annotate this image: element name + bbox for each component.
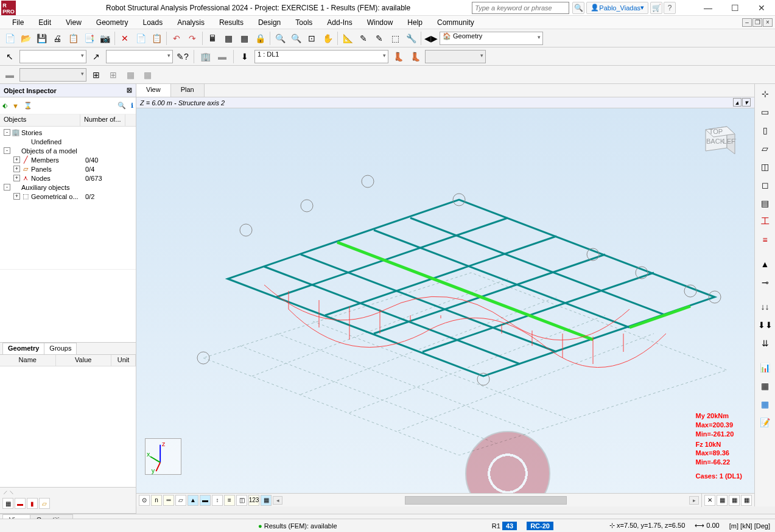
tree-row[interactable]: +╱Members0/40: [0, 155, 136, 164]
tree-row[interactable]: -Objects of a model: [0, 146, 136, 155]
new-icon[interactable]: 📄: [2, 31, 17, 46]
menu-results[interactable]: Results: [212, 17, 251, 28]
page-setup-icon[interactable]: 📑: [82, 31, 96, 46]
select-bar-icon[interactable]: ↗: [89, 49, 103, 64]
object-tree[interactable]: -🏢StoriesUndefined-Objects of a model+╱M…: [0, 127, 136, 269]
vb-res3-icon[interactable]: ◫: [236, 495, 247, 506]
rt-load2-icon[interactable]: ⬇⬇: [757, 318, 773, 332]
col-objects[interactable]: Objects: [0, 114, 80, 126]
tree-toggle[interactable]: +: [13, 156, 20, 163]
tree-toggle[interactable]: +: [13, 166, 20, 172]
vb-x1-icon[interactable]: ✕: [704, 495, 715, 506]
node-sel-combo[interactable]: [19, 50, 86, 63]
lb-icon2[interactable]: ▬: [15, 498, 26, 509]
view-icon[interactable]: ▬: [2, 68, 17, 82]
view-down-icon[interactable]: ▾: [742, 98, 751, 107]
search-icon[interactable]: 🔍: [117, 102, 126, 110]
loadcase-combo[interactable]: 1 : DL1: [254, 50, 388, 63]
preview-icon[interactable]: 📋: [66, 31, 80, 46]
menu-tools[interactable]: Tools: [288, 17, 320, 28]
rt-opening-icon[interactable]: ◻: [757, 178, 773, 192]
tree-row[interactable]: Undefined: [0, 137, 136, 146]
lb-icon1[interactable]: ▦: [2, 498, 13, 509]
zoom-icon[interactable]: 🔍: [273, 31, 287, 46]
zoom-window-icon[interactable]: 🔍: [289, 31, 303, 46]
copy-icon[interactable]: 📄: [133, 31, 148, 46]
edit-sel-icon[interactable]: ✎?: [175, 49, 190, 64]
grid2-icon[interactable]: ▦: [140, 68, 155, 82]
calc-icon[interactable]: 🖩: [205, 31, 220, 46]
menu-loads[interactable]: Loads: [136, 17, 170, 28]
story-icon[interactable]: 🏢: [198, 49, 212, 64]
close-button[interactable]: ✕: [748, 0, 775, 16]
tree-toggle[interactable]: -: [4, 184, 10, 191]
rt-clad-icon[interactable]: ▤: [757, 196, 773, 211]
tree-row[interactable]: -Auxiliary objects: [0, 183, 136, 192]
menu-view[interactable]: View: [58, 17, 89, 28]
tree-toggle[interactable]: -: [4, 147, 10, 154]
vb-bar-icon[interactable]: ═: [163, 495, 174, 506]
rt-wall-icon[interactable]: ◫: [757, 159, 773, 174]
prop-col-value[interactable]: Value: [56, 355, 112, 366]
layout-nav-icon[interactable]: ◀▶: [424, 31, 438, 46]
table2-icon[interactable]: ▦: [237, 31, 251, 46]
tab-plan[interactable]: Plan: [171, 84, 205, 97]
vb-panel-icon[interactable]: ▱: [175, 495, 186, 506]
filter2-icon[interactable]: ▼: [12, 102, 19, 110]
axes-icon[interactable]: ⊞: [89, 68, 103, 82]
tree-row[interactable]: +⋏Nodes0/673: [0, 173, 136, 183]
rt-notes-icon[interactable]: 📝: [757, 415, 773, 430]
vb-x2-icon[interactable]: ▦: [717, 495, 728, 506]
edit2-icon[interactable]: ✎: [372, 31, 387, 46]
menu-design[interactable]: Design: [251, 17, 288, 28]
rt-col-icon[interactable]: ▯: [757, 123, 773, 138]
maximize-button[interactable]: ☐: [721, 0, 748, 16]
rt-slab-icon[interactable]: ▱: [757, 141, 773, 156]
search-options-icon[interactable]: 🔍: [572, 2, 584, 14]
redo-icon[interactable]: ↷: [185, 31, 200, 46]
mdi-restore-button[interactable]: ❐: [752, 18, 762, 27]
lb-icon4[interactable]: ▱: [39, 498, 50, 509]
vb-res2-icon[interactable]: ≡: [224, 495, 235, 506]
lb-icon3[interactable]: ▮: [27, 498, 38, 509]
menu-community[interactable]: Community: [430, 17, 482, 28]
menu-edit[interactable]: Edit: [31, 17, 58, 28]
load-prev-icon[interactable]: 👢: [391, 49, 405, 64]
model-viewport[interactable]: TOP BACK LEFT z x y My 20kNm Max=200.39 …: [136, 108, 754, 493]
load-next-icon[interactable]: 👢: [408, 49, 423, 64]
vb-sup-icon[interactable]: ▲: [188, 495, 198, 506]
tab-groups[interactable]: Groups: [44, 343, 77, 354]
minimize-button[interactable]: —: [695, 0, 721, 16]
view-cube[interactable]: TOP BACK LEFT: [693, 121, 736, 163]
rt-release-icon[interactable]: ⊸: [757, 275, 773, 290]
mdi-close-button[interactable]: ×: [763, 18, 773, 27]
rt-section-icon[interactable]: 工: [757, 214, 773, 229]
vb-label-icon[interactable]: 123: [248, 495, 259, 506]
vb-node-icon[interactable]: n: [151, 495, 162, 506]
tree-row[interactable]: -🏢Stories: [0, 128, 136, 137]
lock-icon[interactable]: 🔒: [253, 31, 267, 46]
loadcase-icon[interactable]: ⬇: [237, 49, 252, 64]
info-icon[interactable]: ℹ: [131, 102, 133, 110]
axis-triad[interactable]: z x y: [145, 438, 181, 475]
view-up-icon[interactable]: ▴: [733, 98, 742, 107]
rt-results-icon[interactable]: ▦: [757, 379, 773, 393]
user-badge[interactable]: 👤 Pablo_Viadas ▾: [586, 2, 648, 14]
pan-icon[interactable]: ✋: [320, 31, 335, 46]
filter3-icon[interactable]: ⌛: [24, 102, 32, 110]
tree-row[interactable]: +▱Panels0/4: [0, 164, 136, 173]
tree-toggle[interactable]: +: [13, 175, 20, 181]
vb-x3-icon[interactable]: ▦: [729, 495, 740, 506]
print-icon[interactable]: 🖨: [50, 31, 65, 46]
tree-toggle[interactable]: +: [13, 193, 20, 200]
vb-more-icon[interactable]: ▦: [261, 495, 272, 506]
menu-geometry[interactable]: Geometry: [89, 17, 136, 28]
select-node-icon[interactable]: ↖: [2, 49, 17, 64]
table-icon[interactable]: ▦: [221, 31, 236, 46]
mdi-minimize-button[interactable]: –: [742, 18, 752, 27]
scroll-right-icon[interactable]: ▸: [689, 496, 699, 505]
filter1-icon[interactable]: ⬖: [2, 102, 7, 110]
save-icon[interactable]: 💾: [34, 31, 49, 46]
menu-file[interactable]: File: [5, 17, 31, 28]
search-input[interactable]: [472, 2, 569, 14]
